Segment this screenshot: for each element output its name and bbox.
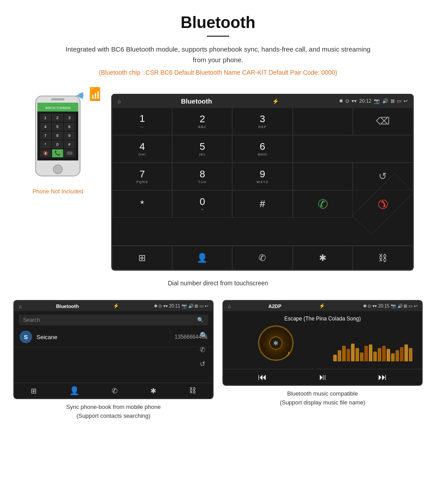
search-placeholder: Search <box>23 317 40 323</box>
vis-bar-7 <box>364 346 368 361</box>
vis-bar-15 <box>400 347 404 361</box>
contact-avatar: S <box>20 331 32 343</box>
vis-bar-13 <box>391 353 395 361</box>
music-statusbar: ⌂ A2DP ⚡ ✱ ⊙ ▾▾ 20:15 📷 🔊 ⊠ ▭ ↩ <box>223 301 422 311</box>
dialer-screen: ⌂ Bluetooth ⚡ ✱ ⊙ ▾▾ 20:12 📷 🔊 ⊠ ▭ ↩ 1⌓ … <box>111 94 414 271</box>
pb-nav-bluetooth[interactable]: ✱ <box>150 387 156 395</box>
phone-not-included-label: Phone Not Included <box>32 188 83 195</box>
home-icon[interactable]: ⌂ <box>117 98 121 104</box>
vis-bar-8 <box>369 344 372 361</box>
phonebook-body: S Seicane 13566664466 🔍 ✆ ↺ <box>14 327 213 383</box>
key-star[interactable]: * <box>112 190 172 218</box>
backspace-key[interactable]: ⌫ <box>353 108 413 135</box>
phonebook-statusbar: ⌂ Bluetooth ⚡ ✱ ⊙ ▾▾ 20:11 📷 🔊 ⊠ ▭ ↩ <box>14 301 213 311</box>
bluetooth-signal-icon: 📶 ◀ ✵ <box>76 83 100 109</box>
key-2[interactable]: 2ABC <box>172 108 232 135</box>
key-7[interactable]: 7PQRS <box>112 163 172 190</box>
svg-text:7: 7 <box>44 133 46 138</box>
vis-bar-12 <box>387 349 390 361</box>
next-button[interactable]: ⏭ <box>378 372 387 382</box>
key-3[interactable]: 3DEF <box>232 108 292 135</box>
key-5[interactable]: 5JKL <box>172 135 232 163</box>
phonebook-block: ⌂ Bluetooth ⚡ ✱ ⊙ ▾▾ 20:11 📷 🔊 ⊠ ▭ ↩ Sea… <box>13 300 214 420</box>
key-6[interactable]: 6MNO <box>232 135 292 163</box>
sync-side-icon[interactable]: ↺ <box>200 360 208 368</box>
svg-text:🔇: 🔇 <box>43 151 48 156</box>
svg-text:0: 0 <box>56 142 58 147</box>
svg-text:#: # <box>68 142 70 147</box>
pb-nav-link[interactable]: ⛓ <box>189 387 196 395</box>
vis-bar-16 <box>404 344 408 361</box>
phonebook-search-bar: Search 🔍 <box>14 315 213 325</box>
nav-grid[interactable]: ⊞ <box>112 246 172 270</box>
bluetooth-specs: (Bluetooth chip : CSR BC6 Default Blueto… <box>9 69 427 76</box>
main-section: 📶 ◀ ✵ Add to Contacts 1 <box>0 89 436 275</box>
music-block: ⌂ A2DP ⚡ ✱ ⊙ ▾▾ 20:15 📷 🔊 ⊠ ▭ ↩ Escape (… <box>222 300 423 420</box>
vis-bar-4 <box>351 344 355 361</box>
pb-home-icon[interactable]: ⌂ <box>19 304 22 309</box>
search-icon[interactable]: 🔍 <box>197 317 204 323</box>
svg-text:5: 5 <box>56 124 58 129</box>
album-inner: ✱ <box>269 336 283 350</box>
prev-button[interactable]: ⏮ <box>258 372 267 382</box>
phone-mockup: 📶 ◀ ✵ Add to Contacts 1 <box>31 94 85 184</box>
title-divider <box>207 36 229 37</box>
pb-status: ✱ ⊙ ▾▾ 20:11 📷 🔊 ⊠ ▭ ↩ <box>154 304 208 308</box>
nav-call[interactable]: ✆ <box>232 246 292 270</box>
svg-text:4: 4 <box>44 124 46 129</box>
vis-bar-1 <box>338 350 341 361</box>
contact-entry[interactable]: S Seicane 13566664466 <box>14 327 213 347</box>
key-0[interactable]: 0+ <box>172 190 232 218</box>
music-status: ✱ ⊙ ▾▾ 20:15 📷 🔊 ⊠ ▭ ↩ <box>363 304 417 308</box>
svg-text:1: 1 <box>44 116 46 120</box>
svg-text:6: 6 <box>68 124 70 129</box>
playpause-button[interactable]: ⏯ <box>318 372 327 382</box>
phonebook-right-icons: 🔍 ✆ ↺ <box>200 332 208 368</box>
key-1[interactable]: 1⌓ <box>112 108 172 135</box>
key-empty-1 <box>293 108 353 135</box>
nav-link[interactable]: ⛓ <box>353 246 413 270</box>
page-title: Bluetooth <box>9 13 427 32</box>
svg-text:📶: 📶 <box>89 87 100 101</box>
nav-bluetooth[interactable]: ✱ <box>293 246 353 270</box>
svg-text:✵: ✵ <box>78 91 85 100</box>
key-4[interactable]: 4GHI <box>112 135 172 163</box>
keypad-grid: 1⌓ 2ABC 3DEF ⌫ 4GHI 5JKL 6MNO 7PQRS 8TUV… <box>112 108 413 245</box>
svg-point-6 <box>53 165 62 174</box>
music-home-icon[interactable]: ⌂ <box>228 304 231 309</box>
dialer-bottom-nav: ⊞ 👤 ✆ ✱ ⛓ <box>112 245 413 270</box>
music-title: A2DP <box>268 304 281 309</box>
pb-nav-grid[interactable]: ⊞ <box>31 387 36 395</box>
contact-name: Seicane <box>36 334 175 340</box>
svg-text:*: * <box>44 142 46 147</box>
search-side-icon[interactable]: 🔍 <box>200 332 208 340</box>
pb-nav-contacts[interactable]: 👤 <box>69 386 79 396</box>
svg-text:8: 8 <box>56 133 58 138</box>
phonebook-screen: ⌂ Bluetooth ⚡ ✱ ⊙ ▾▾ 20:11 📷 🔊 ⊠ ▭ ↩ Sea… <box>13 300 214 399</box>
svg-rect-5 <box>51 98 65 100</box>
vis-bar-9 <box>373 352 377 361</box>
vis-bar-0 <box>333 355 337 361</box>
svg-text:9: 9 <box>68 133 70 138</box>
key-8[interactable]: 8TUV <box>172 163 232 190</box>
key-hash[interactable]: # <box>232 190 292 218</box>
call-key[interactable]: ✆ <box>293 190 353 218</box>
nav-contacts[interactable]: 👤 <box>172 246 232 270</box>
call-side-icon[interactable]: ✆ <box>200 346 208 354</box>
page-description: Integrated with BC6 Bluetooth module, su… <box>62 44 374 65</box>
pb-nav-call[interactable]: ✆ <box>112 387 117 395</box>
music-caption: Bluetooth music compatible (Support disp… <box>280 389 365 407</box>
phone-image-column: 📶 ◀ ✵ Add to Contacts 1 <box>13 94 102 195</box>
bt-icon: ✱ <box>273 340 279 347</box>
search-field[interactable]: Search 🔍 <box>19 315 208 325</box>
music-caption-text: Bluetooth music compatible (Support disp… <box>280 390 365 406</box>
svg-text:⌨: ⌨ <box>67 151 73 156</box>
pb-usb-icon: ⚡ <box>113 303 119 309</box>
vis-bar-14 <box>396 350 399 361</box>
svg-text:📞: 📞 <box>54 150 61 156</box>
key-9[interactable]: 9WXYZ <box>232 163 292 190</box>
music-controls: ⏮ ⏯ ⏭ <box>223 369 422 385</box>
phonebook-bottom-nav: ⊞ 👤 ✆ ✱ ⛓ <box>14 383 213 398</box>
music-note-icon: ♪ <box>287 349 290 357</box>
dialer-title: Bluetooth <box>181 97 212 105</box>
